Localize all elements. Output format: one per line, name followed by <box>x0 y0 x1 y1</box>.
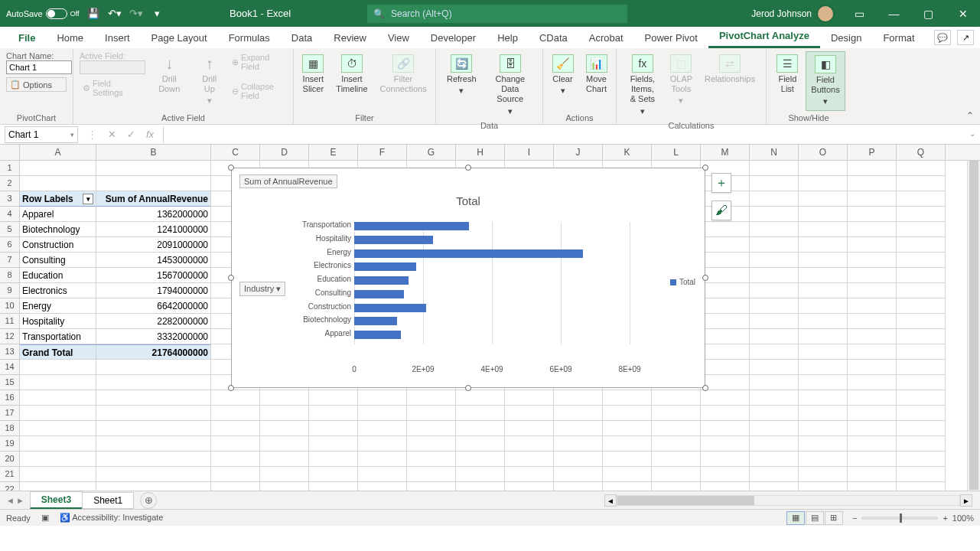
cell[interactable] <box>358 436 407 452</box>
cell[interactable] <box>260 421 309 436</box>
cell[interactable] <box>407 452 456 467</box>
options-button[interactable]: 📋 Options <box>6 77 67 92</box>
cell[interactable] <box>848 237 897 253</box>
name-box[interactable]: Chart 1▾ <box>5 126 78 143</box>
tab-page-layout[interactable]: Page Layout <box>141 28 218 48</box>
cell[interactable] <box>799 436 848 452</box>
cell[interactable] <box>799 237 848 253</box>
column-header[interactable]: K <box>603 145 652 160</box>
cell[interactable] <box>554 482 603 491</box>
tab-home[interactable]: Home <box>46 28 94 48</box>
chart-field-industry[interactable]: Industry ▾ <box>239 282 285 296</box>
cell[interactable] <box>799 222 848 237</box>
cell[interactable] <box>750 406 799 421</box>
select-all-corner[interactable] <box>0 145 20 160</box>
zoom-out-button[interactable]: − <box>852 514 857 523</box>
cell[interactable] <box>701 268 750 283</box>
cell[interactable] <box>20 482 96 491</box>
cell[interactable] <box>848 390 897 406</box>
cell[interactable] <box>309 467 358 482</box>
cell[interactable] <box>260 482 309 491</box>
plot-area[interactable]: 02E+094E+096E+098E+09TransportationHospi… <box>354 222 630 360</box>
cell[interactable] <box>750 207 799 222</box>
cell[interactable] <box>211 436 260 452</box>
cell[interactable] <box>701 482 750 491</box>
comments-button[interactable]: 💬 <box>934 30 951 45</box>
row-header[interactable]: 10 <box>0 298 20 314</box>
cell[interactable] <box>701 406 750 421</box>
cell[interactable] <box>799 482 848 491</box>
cell[interactable]: 1362000000 <box>96 207 211 222</box>
cell[interactable]: Hospitality <box>20 314 96 329</box>
cell[interactable] <box>358 467 407 482</box>
cell[interactable]: Electronics <box>20 283 96 298</box>
cell[interactable] <box>652 467 701 482</box>
chart-styles-button[interactable]: 🖌 <box>711 201 731 220</box>
cell[interactable] <box>848 161 897 176</box>
sheet-nav-next[interactable]: ► <box>16 496 24 505</box>
column-header[interactable]: G <box>407 145 456 160</box>
row-header[interactable]: 3 <box>0 191 20 207</box>
cell[interactable] <box>799 176 848 191</box>
cell[interactable] <box>309 436 358 452</box>
cell[interactable] <box>799 360 848 375</box>
cell[interactable] <box>897 191 946 207</box>
cell[interactable] <box>750 482 799 491</box>
cell[interactable] <box>652 482 701 491</box>
cell[interactable]: Transportation <box>20 329 96 344</box>
cell[interactable] <box>799 421 848 436</box>
cell[interactable]: 1794000000 <box>96 283 211 298</box>
change-data-source-button[interactable]: 🗄Change Data Source▾ <box>484 51 536 119</box>
cell[interactable] <box>96 406 211 421</box>
user-account[interactable]: Jerod Johnson <box>751 5 842 23</box>
chart-title[interactable]: Total <box>232 191 705 207</box>
cell[interactable] <box>848 482 897 491</box>
cell[interactable] <box>799 207 848 222</box>
cell[interactable] <box>750 161 799 176</box>
cell[interactable] <box>701 314 750 329</box>
ribbon-display-button[interactable]: ▭ <box>842 0 877 27</box>
column-header[interactable]: M <box>701 145 750 160</box>
collapse-ribbon-button[interactable]: ⌃ <box>966 110 974 121</box>
column-header[interactable]: H <box>456 145 505 160</box>
cell[interactable]: 1453000000 <box>96 253 211 268</box>
tab-design[interactable]: Design <box>820 28 872 48</box>
cell[interactable] <box>848 222 897 237</box>
cell[interactable] <box>260 452 309 467</box>
normal-view-button[interactable]: ▦ <box>786 511 805 525</box>
cell[interactable] <box>456 421 505 436</box>
cell[interactable] <box>750 298 799 314</box>
cell[interactable] <box>407 421 456 436</box>
cell[interactable] <box>96 161 211 176</box>
cell[interactable] <box>456 390 505 406</box>
undo-icon[interactable]: ↶▾ <box>107 6 122 21</box>
cell[interactable] <box>652 390 701 406</box>
cell[interactable] <box>799 406 848 421</box>
cell[interactable] <box>848 436 897 452</box>
cell[interactable] <box>750 452 799 467</box>
cell[interactable]: Education <box>20 268 96 283</box>
chart-field-sum[interactable]: Sum of AnnualRevenue <box>239 174 337 188</box>
cell[interactable] <box>20 375 96 390</box>
cell[interactable] <box>848 344 897 360</box>
qat-more-icon[interactable]: ▾ <box>150 6 165 21</box>
cell[interactable] <box>897 436 946 452</box>
cell[interactable] <box>20 467 96 482</box>
cell[interactable] <box>603 467 652 482</box>
column-header[interactable]: Q <box>897 145 946 160</box>
cell[interactable] <box>96 421 211 436</box>
cell[interactable] <box>848 360 897 375</box>
cell[interactable] <box>750 375 799 390</box>
cell[interactable] <box>799 329 848 344</box>
cell[interactable] <box>701 344 750 360</box>
tab-insert[interactable]: Insert <box>94 28 141 48</box>
cell[interactable] <box>407 482 456 491</box>
cell[interactable] <box>260 436 309 452</box>
accessibility-status[interactable]: ♿ Accessibility: Investigate <box>60 513 164 523</box>
cell[interactable] <box>211 390 260 406</box>
chart-bar[interactable] <box>354 236 433 244</box>
tab-review[interactable]: Review <box>323 28 377 48</box>
cell[interactable] <box>848 329 897 344</box>
save-icon[interactable]: 💾 <box>86 6 101 21</box>
cell[interactable] <box>260 390 309 406</box>
